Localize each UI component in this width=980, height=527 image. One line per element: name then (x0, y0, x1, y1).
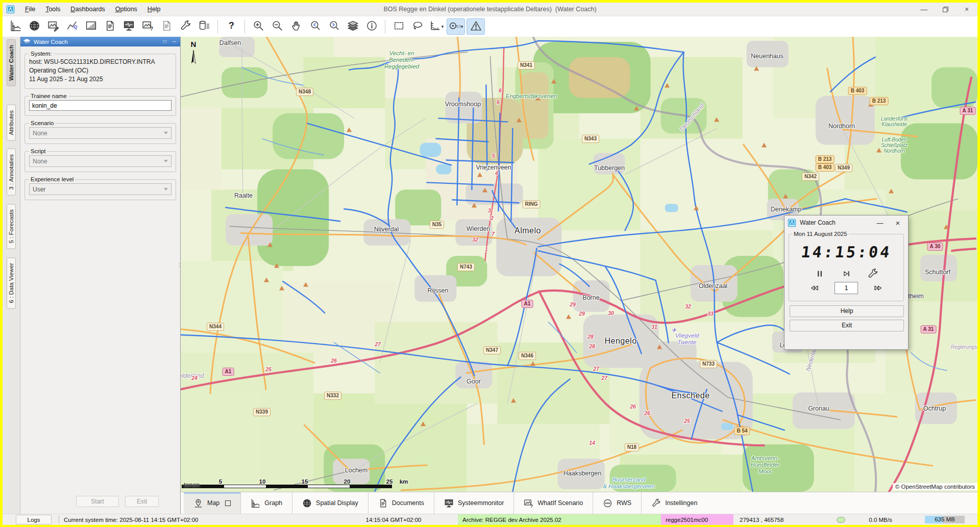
titlebar: File Tools Dashboards Options Help BOS R… (3, 3, 977, 16)
memory-usage-label: 635 MB (925, 516, 965, 523)
toolbar-button[interactable] (120, 19, 137, 34)
menubar-item[interactable]: Tools (40, 3, 65, 16)
toolbar-button[interactable] (44, 19, 62, 34)
window-close-button[interactable]: × (956, 3, 977, 16)
toolbar-button[interactable] (268, 19, 286, 34)
toolbar-button[interactable] (250, 19, 267, 34)
water-coach-panel: Water Coach □ ─ System: host: WSU-5CG211… (20, 37, 181, 514)
window-restore-button[interactable] (935, 3, 956, 16)
menubar-item[interactable]: Options (110, 3, 142, 16)
connection-status-indicator (837, 517, 845, 523)
sidebar-tab[interactable]: 6 : Data Viewer (7, 257, 16, 308)
toolbar-button-icon (253, 20, 264, 33)
toolbar-button[interactable] (363, 19, 380, 34)
view-tab[interactable]: Graph (240, 492, 292, 514)
sidebar-tab-label: 5 : Forecasts (8, 209, 14, 243)
clock-settings-button[interactable] (867, 268, 878, 279)
view-tab[interactable]: www RWS (593, 492, 641, 514)
toolbar-button[interactable] (390, 19, 407, 34)
trainee-name-input[interactable] (29, 100, 172, 111)
toolbar-button[interactable]: 0.1 (447, 18, 465, 35)
panel-collapse-icon[interactable]: ─ (171, 39, 178, 44)
script-group: Script None (24, 148, 176, 172)
clipped-place-label: tonen (184, 482, 200, 489)
system-group: System: host: WSU-5CG21131KD.DIRECTORY.I… (24, 51, 176, 89)
toolbar-button[interactable] (82, 19, 100, 34)
toolbar-button[interactable] (63, 19, 81, 34)
chevron-down-icon (164, 188, 168, 190)
sidebar-tab-label: 6 : Data Viewer (8, 263, 14, 303)
speed-up-button[interactable] (873, 282, 885, 294)
toolbar-button[interactable] (428, 19, 445, 34)
step-forward-button[interactable] (841, 268, 852, 279)
view-tab[interactable]: Documents (368, 492, 434, 514)
toolbar-button[interactable] (344, 19, 361, 34)
menubar-item[interactable]: File (20, 3, 40, 16)
detach-view-icon[interactable] (225, 500, 231, 506)
water-coach-dialog: Water Coach — × Mon 11 August 2025 14:15… (784, 215, 909, 350)
script-group-legend: Script (29, 148, 47, 154)
sidebar-tab[interactable]: Water Coach (7, 39, 16, 86)
dialog-titlebar[interactable]: Water Coach — × (785, 215, 908, 230)
toolbar-button-icon (10, 20, 21, 33)
menubar-item-label: Help (148, 6, 161, 13)
toolbar-button[interactable] (244, 20, 245, 34)
dialog-help-button[interactable]: Help (790, 305, 904, 317)
svg-text:?: ? (229, 20, 234, 31)
toolbar-button[interactable] (26, 19, 43, 34)
view-tab[interactable]: Map (184, 492, 240, 514)
toolbar-button[interactable] (287, 19, 305, 34)
toolbar-button[interactable] (385, 20, 385, 34)
svg-text:www: www (605, 502, 611, 505)
dialog-exit-button[interactable]: Exit (790, 320, 904, 331)
view-tab[interactable]: Instellingen (641, 492, 707, 514)
logs-button[interactable]: Logs (16, 515, 52, 524)
map-canvas[interactable]: Vecht- en Beneden- ReggegebiedEngbertsdi… (181, 37, 977, 492)
toolbar-button[interactable]: ? (223, 19, 240, 34)
menubar-item[interactable]: Dashboards (65, 3, 110, 16)
panel-float-icon[interactable]: □ (162, 39, 168, 44)
graduation-cap-icon (23, 38, 31, 45)
sidebar-tab[interactable]: 5 : Forecasts (7, 204, 16, 249)
toolbar-button-icon (272, 20, 283, 33)
app-window: File Tools Dashboards Options Help BOS R… (3, 3, 977, 525)
toolbar-button[interactable] (101, 19, 118, 34)
speed-multiplier-input[interactable] (835, 282, 858, 294)
sidebar-tab[interactable]: Attributes (7, 105, 16, 141)
app-logo-icon (788, 219, 796, 227)
view-tab-icon (193, 498, 203, 508)
window-minimize-button[interactable]: — (913, 3, 935, 16)
toolbar-button-icon (66, 20, 78, 33)
script-select-value: None (33, 158, 47, 165)
view-tab-icon: ? (524, 498, 533, 508)
sidebar-tab[interactable]: 3 : Annotaties (7, 149, 16, 196)
toolbar-button[interactable] (158, 19, 175, 34)
toolbar-button[interactable] (409, 19, 426, 34)
toolbar-button-icon (393, 20, 405, 33)
start-button[interactable]: Start (76, 496, 119, 507)
panel-splitter-handle[interactable]: ⋮ (177, 264, 182, 266)
menubar-item[interactable]: Help (142, 3, 166, 16)
pause-button[interactable] (814, 268, 825, 279)
toolbar-button[interactable] (177, 19, 194, 34)
toolbar-button[interactable]: ? (139, 19, 156, 34)
toolbar-button[interactable] (467, 18, 485, 35)
script-select[interactable]: None (29, 155, 172, 167)
dialog-minimize-button[interactable]: — (873, 219, 887, 227)
toolbar-button[interactable] (306, 19, 324, 34)
view-tab[interactable]: ? WhatIf Scenario (513, 492, 593, 514)
system-info-line: host: WSU-5CG21131KD.DIRECTORY.INTRA (29, 58, 172, 66)
toolbar-button[interactable] (325, 19, 342, 34)
toolbar-button[interactable] (217, 20, 218, 34)
dialog-close-button[interactable]: × (891, 219, 905, 227)
toolbar-button-icon (180, 20, 191, 33)
archive-status: Archive: REGGE dev Archive 2025.02 (458, 514, 661, 525)
slow-down-button[interactable] (808, 282, 819, 294)
view-tab[interactable]: Spatial Display (292, 492, 368, 514)
experience-level-select[interactable]: User (29, 183, 172, 195)
scenario-select[interactable]: None (29, 127, 172, 139)
toolbar-button[interactable] (7, 19, 24, 34)
toolbar-button[interactable] (195, 19, 213, 34)
view-tab[interactable]: Systeemmonitor (434, 492, 513, 514)
panel-exit-button[interactable]: Exit (125, 496, 159, 507)
